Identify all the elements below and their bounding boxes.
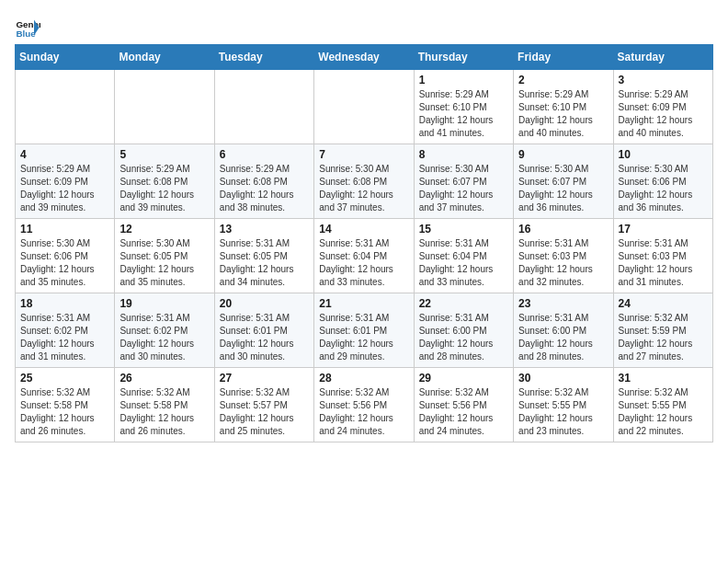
calendar-cell: [16, 70, 115, 144]
day-info: Sunrise: 5:32 AMSunset: 5:56 PMDaylight:…: [319, 386, 408, 438]
day-info: Sunrise: 5:30 AMSunset: 6:07 PMDaylight:…: [518, 163, 608, 214]
calendar-cell: 27Sunrise: 5:32 AMSunset: 5:57 PMDayligh…: [214, 368, 313, 442]
calendar-cell: 21Sunrise: 5:31 AMSunset: 6:01 PMDayligh…: [314, 293, 414, 368]
day-info: Sunrise: 5:29 AMSunset: 6:09 PMDaylight:…: [619, 88, 708, 140]
day-number: 17: [619, 223, 708, 236]
calendar-cell: 8Sunrise: 5:30 AMSunset: 6:07 PMDaylight…: [414, 144, 513, 219]
day-info: Sunrise: 5:29 AMSunset: 6:08 PMDaylight:…: [220, 163, 309, 214]
page-header: General Blue: [15, 15, 713, 40]
day-info: Sunrise: 5:30 AMSunset: 6:05 PMDaylight:…: [119, 237, 209, 289]
day-number: 6: [220, 148, 309, 161]
day-of-week-header: Thursday: [414, 45, 513, 70]
day-info: Sunrise: 5:31 AMSunset: 6:04 PMDaylight:…: [319, 237, 408, 289]
day-info: Sunrise: 5:30 AMSunset: 6:06 PMDaylight:…: [619, 163, 708, 214]
day-info: Sunrise: 5:32 AMSunset: 5:57 PMDaylight:…: [220, 386, 309, 438]
day-info: Sunrise: 5:32 AMSunset: 5:55 PMDaylight:…: [619, 386, 708, 438]
day-number: 16: [518, 223, 608, 236]
day-info: Sunrise: 5:32 AMSunset: 5:58 PMDaylight:…: [20, 386, 109, 438]
calendar-cell: 3Sunrise: 5:29 AMSunset: 6:09 PMDaylight…: [613, 70, 712, 144]
calendar-cell: 9Sunrise: 5:30 AMSunset: 6:07 PMDaylight…: [514, 144, 613, 219]
day-info: Sunrise: 5:30 AMSunset: 6:08 PMDaylight:…: [319, 163, 408, 214]
calendar-cell: 16Sunrise: 5:31 AMSunset: 6:03 PMDayligh…: [514, 219, 613, 293]
day-number: 21: [319, 297, 408, 310]
calendar-week-row: 25Sunrise: 5:32 AMSunset: 5:58 PMDayligh…: [16, 368, 713, 442]
calendar-cell: 7Sunrise: 5:30 AMSunset: 6:08 PMDaylight…: [314, 144, 414, 219]
day-number: 9: [518, 148, 608, 161]
day-number: 26: [119, 372, 209, 385]
svg-text:Blue: Blue: [16, 29, 36, 39]
calendar-header-row: SundayMondayTuesdayWednesdayThursdayFrid…: [16, 45, 713, 70]
day-number: 11: [20, 223, 109, 236]
calendar-cell: [115, 70, 214, 144]
day-of-week-header: Friday: [514, 45, 613, 70]
day-number: 18: [20, 297, 109, 310]
day-number: 31: [619, 372, 708, 385]
calendar-week-row: 4Sunrise: 5:29 AMSunset: 6:09 PMDaylight…: [16, 144, 713, 219]
day-info: Sunrise: 5:29 AMSunset: 6:10 PMDaylight:…: [419, 88, 508, 140]
calendar-cell: 22Sunrise: 5:31 AMSunset: 6:00 PMDayligh…: [414, 293, 513, 368]
day-number: 23: [518, 297, 608, 310]
calendar-cell: 1Sunrise: 5:29 AMSunset: 6:10 PMDaylight…: [414, 70, 513, 144]
day-of-week-header: Saturday: [613, 45, 712, 70]
day-info: Sunrise: 5:31 AMSunset: 6:03 PMDaylight:…: [619, 237, 708, 289]
day-info: Sunrise: 5:32 AMSunset: 5:56 PMDaylight:…: [419, 386, 508, 438]
day-number: 4: [20, 148, 109, 161]
calendar-cell: [314, 70, 414, 144]
day-number: 27: [220, 372, 309, 385]
calendar-cell: 5Sunrise: 5:29 AMSunset: 6:08 PMDaylight…: [115, 144, 214, 219]
calendar-cell: 6Sunrise: 5:29 AMSunset: 6:08 PMDaylight…: [214, 144, 313, 219]
day-number: 8: [419, 148, 508, 161]
calendar-cell: 4Sunrise: 5:29 AMSunset: 6:09 PMDaylight…: [16, 144, 115, 219]
day-of-week-header: Wednesday: [314, 45, 414, 70]
calendar-cell: 14Sunrise: 5:31 AMSunset: 6:04 PMDayligh…: [314, 219, 414, 293]
day-info: Sunrise: 5:31 AMSunset: 6:04 PMDaylight:…: [419, 237, 508, 289]
day-info: Sunrise: 5:29 AMSunset: 6:09 PMDaylight:…: [20, 163, 109, 214]
day-number: 10: [619, 148, 708, 161]
calendar-week-row: 18Sunrise: 5:31 AMSunset: 6:02 PMDayligh…: [16, 293, 713, 368]
day-info: Sunrise: 5:32 AMSunset: 5:58 PMDaylight:…: [119, 386, 209, 438]
day-of-week-header: Tuesday: [214, 45, 313, 70]
logo-icon: General Blue: [15, 15, 40, 40]
calendar-cell: 28Sunrise: 5:32 AMSunset: 5:56 PMDayligh…: [314, 368, 414, 442]
calendar-cell: 18Sunrise: 5:31 AMSunset: 6:02 PMDayligh…: [16, 293, 115, 368]
calendar-cell: 31Sunrise: 5:32 AMSunset: 5:55 PMDayligh…: [613, 368, 712, 442]
day-number: 15: [419, 223, 508, 236]
calendar-cell: 25Sunrise: 5:32 AMSunset: 5:58 PMDayligh…: [16, 368, 115, 442]
calendar-cell: [214, 70, 313, 144]
calendar-cell: 29Sunrise: 5:32 AMSunset: 5:56 PMDayligh…: [414, 368, 513, 442]
calendar-cell: 13Sunrise: 5:31 AMSunset: 6:05 PMDayligh…: [214, 219, 313, 293]
day-number: 2: [518, 74, 608, 86]
day-number: 1: [419, 74, 508, 86]
day-number: 7: [319, 148, 408, 161]
day-info: Sunrise: 5:31 AMSunset: 6:02 PMDaylight:…: [119, 312, 209, 363]
calendar-cell: 26Sunrise: 5:32 AMSunset: 5:58 PMDayligh…: [115, 368, 214, 442]
day-info: Sunrise: 5:31 AMSunset: 6:02 PMDaylight:…: [20, 312, 109, 363]
day-info: Sunrise: 5:32 AMSunset: 5:55 PMDaylight:…: [518, 386, 608, 438]
day-info: Sunrise: 5:31 AMSunset: 6:00 PMDaylight:…: [518, 312, 608, 363]
calendar-week-row: 1Sunrise: 5:29 AMSunset: 6:10 PMDaylight…: [16, 70, 713, 144]
calendar-cell: 20Sunrise: 5:31 AMSunset: 6:01 PMDayligh…: [214, 293, 313, 368]
day-info: Sunrise: 5:30 AMSunset: 6:06 PMDaylight:…: [20, 237, 109, 289]
calendar-cell: 10Sunrise: 5:30 AMSunset: 6:06 PMDayligh…: [613, 144, 712, 219]
day-number: 3: [619, 74, 708, 86]
day-number: 25: [20, 372, 109, 385]
day-number: 5: [119, 148, 209, 161]
calendar-cell: 30Sunrise: 5:32 AMSunset: 5:55 PMDayligh…: [514, 368, 613, 442]
calendar-cell: 11Sunrise: 5:30 AMSunset: 6:06 PMDayligh…: [16, 219, 115, 293]
calendar-cell: 19Sunrise: 5:31 AMSunset: 6:02 PMDayligh…: [115, 293, 214, 368]
day-info: Sunrise: 5:31 AMSunset: 6:01 PMDaylight:…: [220, 312, 309, 363]
day-number: 14: [319, 223, 408, 236]
day-number: 28: [319, 372, 408, 385]
day-of-week-header: Monday: [115, 45, 214, 70]
day-number: 29: [419, 372, 508, 385]
calendar-cell: 17Sunrise: 5:31 AMSunset: 6:03 PMDayligh…: [613, 219, 712, 293]
day-number: 12: [119, 223, 209, 236]
day-info: Sunrise: 5:31 AMSunset: 6:03 PMDaylight:…: [518, 237, 608, 289]
day-info: Sunrise: 5:31 AMSunset: 6:01 PMDaylight:…: [319, 312, 408, 363]
day-info: Sunrise: 5:29 AMSunset: 6:10 PMDaylight:…: [518, 88, 608, 140]
day-number: 19: [119, 297, 209, 310]
day-number: 13: [220, 223, 309, 236]
calendar-cell: 24Sunrise: 5:32 AMSunset: 5:59 PMDayligh…: [613, 293, 712, 368]
day-info: Sunrise: 5:31 AMSunset: 6:05 PMDaylight:…: [220, 237, 309, 289]
calendar-cell: 2Sunrise: 5:29 AMSunset: 6:10 PMDaylight…: [514, 70, 613, 144]
